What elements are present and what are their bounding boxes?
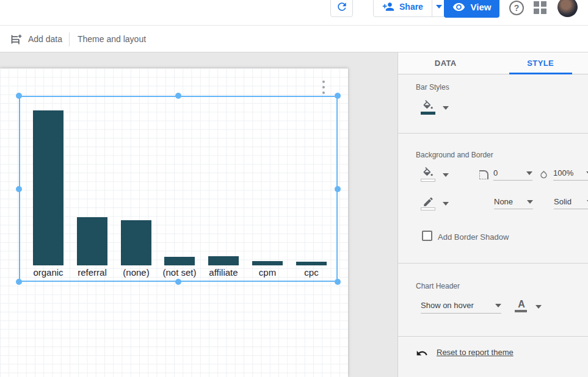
font-color-caret-icon[interactable] bbox=[535, 305, 542, 309]
background-color-button[interactable] bbox=[420, 167, 436, 183]
bar-label: cpc bbox=[288, 267, 335, 278]
bar-cpc[interactable] bbox=[296, 262, 327, 265]
line-weight-icon bbox=[479, 199, 489, 207]
add-data-label: Add data bbox=[28, 34, 62, 44]
reset-to-report-theme-link[interactable]: Reset to report theme bbox=[437, 348, 514, 357]
chevron-down-icon bbox=[495, 304, 501, 307]
share-button[interactable]: Share bbox=[374, 0, 432, 16]
selection-handle[interactable] bbox=[175, 93, 181, 99]
section-divider bbox=[398, 133, 588, 134]
border-style-value: Solid bbox=[554, 197, 572, 206]
font-color-icon: A bbox=[515, 300, 528, 309]
background-border-title: Background and Border bbox=[416, 151, 493, 159]
border-color-swatch bbox=[421, 207, 435, 210]
font-color-swatch bbox=[515, 310, 527, 312]
bar-label: referral bbox=[69, 267, 115, 278]
person-add-icon bbox=[382, 1, 394, 13]
border-weight-field: None bbox=[479, 197, 533, 209]
pencil-icon bbox=[423, 196, 434, 207]
background-color-swatch bbox=[421, 179, 435, 182]
chart-overflow-menu[interactable] bbox=[320, 81, 327, 94]
bar-label: (none) bbox=[113, 267, 159, 278]
theme-and-layout-button[interactable]: Theme and layout bbox=[78, 26, 146, 52]
border-color-caret-icon[interactable] bbox=[443, 202, 449, 206]
header-font-color-button[interactable]: A bbox=[515, 300, 528, 309]
border-weight-value: None bbox=[494, 197, 513, 206]
selection-handle[interactable] bbox=[175, 279, 181, 285]
tab-style[interactable]: STYLE bbox=[493, 52, 588, 74]
chevron-down-icon bbox=[527, 200, 533, 204]
bar-organic[interactable] bbox=[33, 110, 64, 265]
selection-handle[interactable] bbox=[16, 186, 22, 192]
add-border-shadow-label: Add Border Shadow bbox=[438, 232, 509, 242]
apps-grid-icon bbox=[541, 1, 546, 7]
bar-label: organic bbox=[25, 267, 71, 278]
chevron-down-icon bbox=[526, 171, 532, 175]
opacity-drop-icon bbox=[539, 170, 548, 180]
add-data-button[interactable]: Add data bbox=[10, 26, 62, 52]
bar-label: (not set) bbox=[156, 267, 203, 278]
more-vert-icon bbox=[322, 92, 325, 94]
bar-cpm[interactable] bbox=[252, 261, 283, 265]
bar-fill-dropdown-caret-icon[interactable] bbox=[443, 106, 449, 110]
workspace: organicreferral(none)(not set)affiliatec… bbox=[0, 52, 397, 377]
corner-radius-select[interactable]: 0 bbox=[493, 168, 532, 181]
opacity-select[interactable]: 100% bbox=[553, 168, 588, 181]
add-border-shadow-checkbox[interactable] bbox=[422, 231, 432, 241]
selection-handle[interactable] bbox=[335, 186, 341, 192]
selection-handle[interactable] bbox=[16, 279, 22, 285]
opacity-field: 100% bbox=[539, 168, 588, 181]
corner-radius-value: 0 bbox=[493, 168, 498, 178]
selection-handle[interactable] bbox=[335, 279, 341, 285]
bar-chart-selected[interactable]: organicreferral(none)(not set)affiliatec… bbox=[19, 96, 338, 282]
chart-header-mode-value: Show on hover bbox=[421, 301, 474, 310]
corner-radius-field: 0 bbox=[479, 168, 532, 181]
add-data-icon bbox=[10, 33, 23, 46]
bar-label: affiliate bbox=[200, 267, 247, 278]
selection-handle[interactable] bbox=[16, 93, 22, 99]
user-avatar[interactable] bbox=[557, 0, 578, 17]
chart-header-mode-select[interactable]: Show on hover bbox=[421, 301, 501, 314]
panel-tabs: DATA STYLE bbox=[398, 52, 588, 74]
apps-grid-icon bbox=[534, 9, 539, 14]
view-button[interactable]: View bbox=[444, 0, 499, 18]
background-color-caret-icon[interactable] bbox=[443, 173, 449, 177]
line-style-icon bbox=[539, 200, 549, 207]
border-style-select[interactable]: Solid bbox=[554, 197, 588, 209]
tab-style-label: STYLE bbox=[527, 59, 554, 68]
bar-none[interactable] bbox=[121, 220, 151, 265]
border-style-field: Solid bbox=[539, 197, 588, 209]
section-divider bbox=[398, 336, 588, 337]
help-button[interactable]: ? bbox=[509, 1, 524, 15]
theme-and-layout-label: Theme and layout bbox=[78, 34, 146, 44]
border-color-button[interactable] bbox=[420, 196, 436, 212]
more-vert-icon bbox=[322, 86, 325, 88]
share-button-label: Share bbox=[399, 2, 423, 12]
tab-data-label: DATA bbox=[435, 59, 457, 68]
chart-header-title: Chart Header bbox=[416, 282, 460, 290]
bar-styles-title: Bar Styles bbox=[416, 83, 449, 92]
apps-grid-icon bbox=[541, 9, 546, 14]
selection-handle[interactable] bbox=[335, 93, 341, 99]
looker-studio-editor: Share View ? bbox=[0, 0, 588, 377]
bar-fill-color-button[interactable] bbox=[420, 100, 436, 116]
view-button-label: View bbox=[471, 2, 492, 12]
bar-referral[interactable] bbox=[77, 217, 107, 265]
bar-fill-color-swatch bbox=[421, 112, 435, 115]
more-vert-icon bbox=[322, 81, 325, 83]
reset-to-theme-row[interactable]: Reset to report theme bbox=[416, 347, 514, 357]
refresh-icon bbox=[336, 1, 348, 13]
tab-data[interactable]: DATA bbox=[398, 52, 493, 74]
report-canvas[interactable]: organicreferral(none)(not set)affiliatec… bbox=[0, 68, 348, 377]
edit-toolbar: Add data Theme and layout bbox=[0, 26, 588, 52]
bar-notset[interactable] bbox=[164, 257, 195, 265]
apps-grid-button[interactable] bbox=[534, 1, 546, 14]
paint-bucket-icon bbox=[422, 100, 434, 111]
refresh-button[interactable] bbox=[330, 0, 353, 17]
share-button-group: Share bbox=[373, 0, 446, 17]
opacity-value: 100% bbox=[553, 168, 573, 178]
eye-icon bbox=[452, 1, 465, 13]
border-weight-select[interactable]: None bbox=[494, 197, 533, 209]
toolbar-divider bbox=[69, 32, 70, 46]
bar-affiliate[interactable] bbox=[208, 256, 239, 265]
